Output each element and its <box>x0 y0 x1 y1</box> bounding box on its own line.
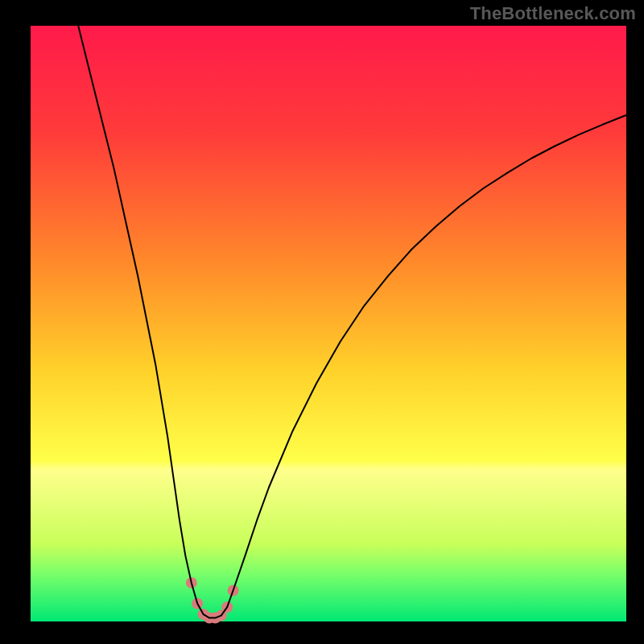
bottleneck-chart <box>0 0 644 644</box>
chart-stage: TheBottleneck.com <box>0 0 644 644</box>
watermark-text: TheBottleneck.com <box>470 3 636 24</box>
plot-background <box>31 26 626 621</box>
